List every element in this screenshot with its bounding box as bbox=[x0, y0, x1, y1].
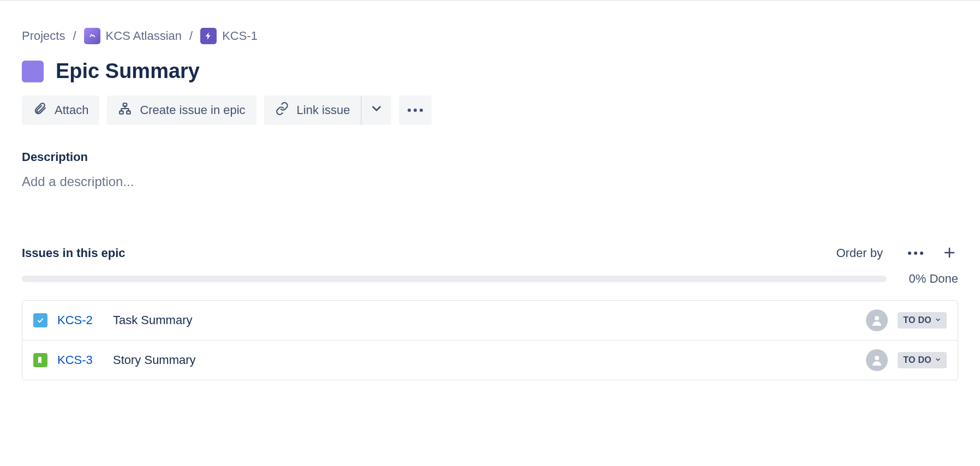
status-badge[interactable]: TO DO bbox=[898, 312, 947, 328]
action-bar: Attach Create issue in epic bbox=[22, 95, 958, 125]
issues-list: KCS-2Task SummaryTO DOKCS-3Story Summary… bbox=[22, 300, 958, 380]
chevron-down-icon bbox=[935, 355, 941, 365]
breadcrumb: Projects / KCS Atlassian / KCS-1 bbox=[22, 28, 958, 44]
link-issue-button[interactable]: Link issue bbox=[264, 95, 361, 125]
chevron-down-icon bbox=[369, 101, 384, 119]
task-type-icon bbox=[33, 313, 47, 327]
more-actions-button[interactable] bbox=[399, 95, 432, 125]
subtask-icon bbox=[118, 101, 132, 119]
more-horizontal-icon bbox=[408, 109, 423, 112]
story-type-icon bbox=[33, 353, 47, 367]
issue-key-link[interactable]: KCS-3 bbox=[57, 353, 103, 367]
description-heading: Description bbox=[22, 150, 958, 164]
issue-row[interactable]: KCS-2Task SummaryTO DO bbox=[22, 301, 958, 340]
status-label: TO DO bbox=[903, 355, 931, 365]
create-issue-in-epic-label: Create issue in epic bbox=[140, 103, 245, 117]
order-by-label: Order by bbox=[836, 246, 883, 260]
issue-summary: Task Summary bbox=[113, 313, 856, 327]
breadcrumb-projects[interactable]: Projects bbox=[22, 29, 65, 43]
more-horizontal-icon bbox=[908, 252, 923, 255]
issues-more-button[interactable] bbox=[906, 249, 925, 257]
epic-color-swatch[interactable] bbox=[22, 61, 44, 82]
chevron-down-icon bbox=[935, 315, 941, 325]
breadcrumb-projects-label: Projects bbox=[22, 29, 65, 43]
issue-key-link[interactable]: KCS-2 bbox=[57, 313, 103, 327]
issue-summary: Story Summary bbox=[113, 353, 856, 367]
svg-point-3 bbox=[875, 316, 879, 320]
link-issue-label: Link issue bbox=[297, 103, 350, 117]
attach-icon bbox=[33, 101, 47, 119]
status-badge[interactable]: TO DO bbox=[898, 352, 947, 368]
breadcrumb-project-label: KCS Atlassian bbox=[106, 29, 182, 43]
link-icon bbox=[275, 101, 289, 119]
breadcrumb-issue[interactable]: KCS-1 bbox=[200, 28, 258, 44]
status-label: TO DO bbox=[903, 315, 931, 325]
assignee-avatar[interactable] bbox=[866, 309, 888, 331]
epic-progress-bar bbox=[22, 276, 887, 282]
create-issue-in-epic-button[interactable]: Create issue in epic bbox=[107, 95, 256, 125]
order-by-dropdown[interactable]: Order by bbox=[836, 246, 891, 260]
breadcrumb-project[interactable]: KCS Atlassian bbox=[84, 28, 182, 44]
description-field[interactable]: Add a description... bbox=[22, 174, 958, 189]
breadcrumb-separator: / bbox=[189, 29, 193, 43]
add-issue-button[interactable] bbox=[941, 244, 958, 263]
breadcrumb-issue-label: KCS-1 bbox=[222, 29, 258, 43]
epic-progress-text: 0% Done bbox=[909, 272, 958, 286]
attach-label: Attach bbox=[55, 103, 88, 117]
attach-button[interactable]: Attach bbox=[22, 95, 99, 125]
project-avatar-icon bbox=[84, 28, 100, 44]
link-issue-dropdown-button[interactable] bbox=[361, 95, 391, 125]
epic-type-icon bbox=[200, 28, 217, 44]
issue-row[interactable]: KCS-3Story SummaryTO DO bbox=[22, 340, 958, 380]
link-issue-split-button: Link issue bbox=[264, 95, 392, 125]
svg-point-4 bbox=[875, 356, 879, 360]
breadcrumb-separator: / bbox=[73, 29, 76, 43]
plus-icon bbox=[943, 246, 956, 261]
assignee-avatar[interactable] bbox=[866, 349, 888, 371]
issue-title[interactable]: Epic Summary bbox=[56, 59, 200, 83]
issues-in-epic-heading: Issues in this epic bbox=[22, 246, 126, 260]
